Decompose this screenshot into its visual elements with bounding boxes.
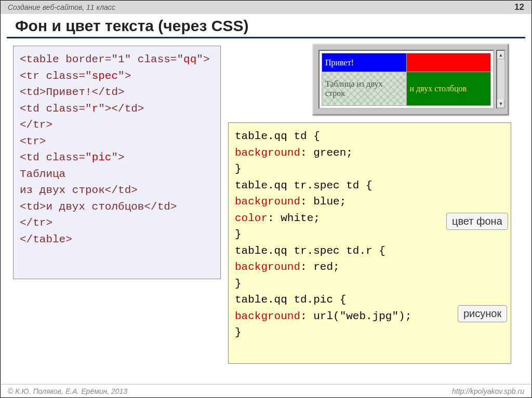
code-text: <tr> bbox=[20, 133, 214, 150]
code-text: "> bbox=[196, 53, 209, 65]
preview-content: Привет! Таблица из двух строк и двух сто… bbox=[318, 50, 494, 109]
code-text: <td class=" bbox=[20, 152, 92, 163]
css-code-block: table.qq td { background: green; } table… bbox=[228, 122, 511, 364]
code-text: table.qq td { bbox=[235, 128, 504, 145]
code-text: "></td> bbox=[98, 103, 144, 115]
code-text: : red; bbox=[300, 261, 340, 273]
preview-cell-green: и двух столбцов bbox=[406, 72, 491, 106]
code-highlight: qq bbox=[183, 53, 196, 65]
page-title: Фон и цвет текста (через CSS) bbox=[15, 17, 531, 35]
html-code-block: <table border="1" class="qq"> <tr class=… bbox=[13, 46, 221, 279]
code-text: <td class=" bbox=[20, 103, 92, 115]
code-prop: color bbox=[235, 212, 268, 224]
code-highlight: r bbox=[92, 103, 99, 115]
preview-cell-red bbox=[406, 53, 491, 72]
page-number: 12 bbox=[514, 2, 524, 12]
code-text: <tr class=" bbox=[20, 70, 92, 82]
code-prop: background bbox=[235, 147, 300, 159]
footer-url: http://kpolyakov.spb.ru bbox=[452, 387, 524, 395]
code-prop: background bbox=[235, 196, 300, 208]
title-underline bbox=[7, 37, 525, 38]
preview-table: Привет! Таблица из двух строк и двух сто… bbox=[322, 53, 491, 106]
code-text: : white; bbox=[268, 212, 320, 224]
preview-cell-hello: Привет! bbox=[322, 53, 407, 72]
callout-image: рисунок bbox=[458, 305, 507, 322]
header-bar: Создание веб-сайтов, 11 класс 12 bbox=[1, 1, 531, 14]
code-text: "> bbox=[111, 152, 124, 163]
code-text: <td>и двух столбцов</td> bbox=[20, 199, 214, 215]
code-prop: background bbox=[235, 310, 300, 322]
code-highlight: spec bbox=[92, 70, 118, 82]
code-text: : blue; bbox=[300, 196, 346, 208]
code-text: из двух строк</td> bbox=[20, 182, 214, 199]
code-text: table.qq tr.spec td.r { bbox=[235, 243, 504, 259]
code-text: } bbox=[235, 324, 504, 341]
scroll-down-icon[interactable]: ▼ bbox=[497, 100, 504, 108]
code-text: : url("web.jpg"); bbox=[300, 310, 411, 322]
code-text: </tr> bbox=[20, 117, 214, 133]
code-text: </tr> bbox=[20, 215, 214, 231]
code-text: table.qq tr.spec td { bbox=[235, 177, 504, 194]
preview-window: Привет! Таблица из двух строк и двух сто… bbox=[312, 44, 509, 115]
preview-cell-pic: Таблица из двух строк bbox=[322, 72, 407, 106]
breadcrumb: Создание веб-сайтов, 11 класс bbox=[8, 3, 115, 11]
scrollbar[interactable]: ▲ ▼ bbox=[496, 50, 506, 109]
callout-bg-color: цвет фона bbox=[446, 213, 508, 230]
code-text: <table border="1" class=" bbox=[20, 53, 183, 65]
code-highlight: pic bbox=[92, 152, 112, 163]
code-text: </table> bbox=[20, 231, 214, 248]
code-text: } bbox=[235, 276, 504, 292]
footer-copyright: © К.Ю. Поляков, Е.А. Ерёмин, 2013 bbox=[8, 387, 127, 395]
code-text: <td>Привет!</td> bbox=[20, 84, 214, 101]
code-text: : green; bbox=[300, 147, 353, 159]
footer-bar: © К.Ю. Поляков, Е.А. Ерёмин, 2013 http:/… bbox=[1, 384, 531, 397]
code-text: "> bbox=[118, 70, 131, 82]
code-prop: background bbox=[235, 261, 300, 273]
scroll-up-icon[interactable]: ▲ bbox=[497, 51, 504, 59]
code-text: } bbox=[235, 161, 504, 177]
code-text: Таблица bbox=[20, 166, 214, 183]
